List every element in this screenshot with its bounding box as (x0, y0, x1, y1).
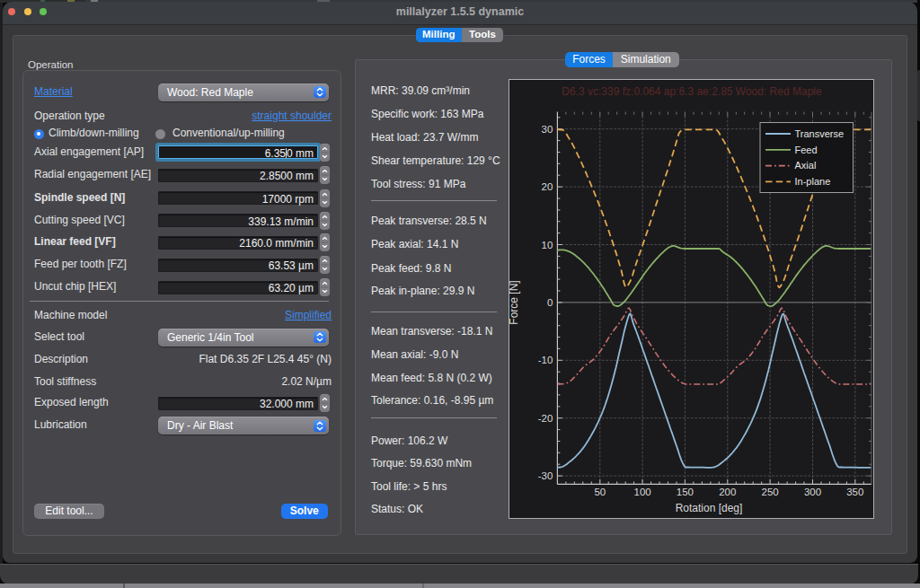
svg-text:Rotation [deg]: Rotation [deg] (676, 502, 743, 514)
svg-text:100: 100 (634, 487, 651, 497)
svg-text:10: 10 (542, 240, 553, 250)
svg-text:Force [N]: Force [N] (509, 280, 520, 324)
svg-text:300: 300 (804, 487, 821, 497)
svg-text:350: 350 (846, 487, 863, 497)
svg-text:-30: -30 (538, 470, 553, 481)
svg-text:200: 200 (719, 487, 736, 497)
svg-text:0: 0 (547, 297, 553, 308)
svg-text:30: 30 (542, 124, 553, 135)
svg-text:D6.3 vc:339 fz:0.064 ap:6.3 ae: D6.3 vc:339 fz:0.064 ap:6.3 ae:2.85 Wood… (562, 85, 822, 98)
svg-text:Feed: Feed (795, 145, 818, 155)
svg-text:In-plane: In-plane (795, 176, 831, 187)
svg-text:20: 20 (542, 181, 553, 192)
svg-text:Transverse: Transverse (795, 128, 845, 139)
svg-text:Axial: Axial (795, 160, 817, 171)
svg-text:-10: -10 (538, 355, 553, 365)
svg-text:150: 150 (677, 487, 694, 497)
svg-text:-20: -20 (538, 413, 553, 424)
svg-text:250: 250 (762, 487, 779, 497)
svg-text:50: 50 (594, 487, 606, 497)
